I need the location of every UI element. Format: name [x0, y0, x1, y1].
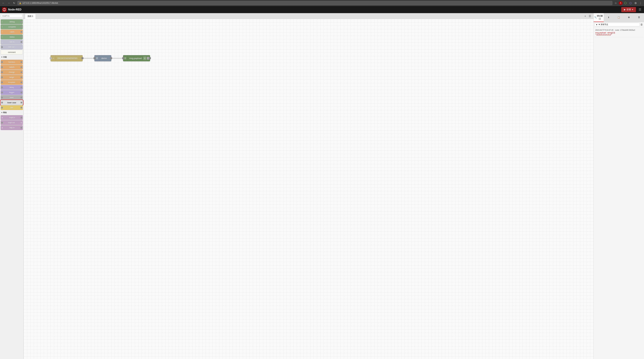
httpin-port-right [20, 127, 22, 129]
msgpayload-node-port-left [122, 57, 124, 59]
palette-node-trigger[interactable]: trigger [1, 90, 23, 95]
flow-area: 流程 1 + ☰ → DEDEDSDSDSDSD ☰ demo [24, 13, 594, 359]
flow-canvas[interactable]: → DEDEDSDSDSDSD ☰ demo ☰ msg.payload ≡ [24, 19, 594, 359]
complete-palette-icon: ! [1, 26, 4, 28]
filter-label: ▼ 所有节点 [598, 23, 608, 26]
palette-node-lower-case[interactable]: lower case [1, 100, 23, 105]
trigger-port-right [20, 92, 22, 93]
switch-port-left [1, 66, 3, 68]
flow-tab-actions: + ☰ [584, 14, 592, 19]
function-port-right [20, 61, 22, 63]
palette-node-exec[interactable]: exec [1, 95, 23, 100]
deploy-button[interactable]: ▶ 部署 ▾ [621, 7, 636, 12]
palette-node-function[interactable]: function [1, 60, 23, 65]
palette-node-rbe[interactable]: rbe [1, 105, 23, 110]
canvas-node-input[interactable]: → DEDEDSDSDSDSD [50, 55, 82, 61]
browser-icon-group: ☆ A ⬡ ⬡ ⚙ ⋮ [614, 1, 643, 5]
palette-node-mqtt-in[interactable]: ≋ mqtt in [1, 115, 23, 120]
flow-list-btn[interactable]: ☰ [588, 14, 592, 18]
common-nodes-group: ! debug ! complete ! catch ~ status → [0, 19, 24, 55]
palette-node-range[interactable]: range [1, 75, 23, 80]
category-function[interactable]: ▾ 功能 [0, 55, 24, 59]
rbe-port-left [1, 107, 3, 109]
browser-menu-btn[interactable]: ⋮ [638, 1, 643, 5]
browser-chrome: ← → ↻ 🔒 127.0.0.1:1880/#flow/14320517.48… [0, 0, 644, 6]
mqttin-palette-icon: ≋ [1, 116, 4, 119]
lowercase-port-right [20, 102, 22, 103]
rp-tab-settings[interactable]: ⚙ [624, 13, 634, 22]
deploy-dropdown-icon: ▾ [632, 8, 633, 11]
right-panel: 🔧 调试窗口 ℹ 📋 ⚙ ☰ ▼ ▼ 所有节点 🗑 2021/3/2下午10:3… [594, 13, 644, 359]
linkin-port-right [20, 41, 22, 43]
debug-port-right [20, 21, 22, 23]
debug-message-item: 2021/3/2下午10:37:26 node: 170bdd48.5826a3… [594, 28, 643, 37]
palette-node-template[interactable]: template [1, 80, 23, 85]
complete-port-right [20, 26, 22, 28]
change-port-left [1, 71, 3, 73]
flow-tab-1[interactable]: 流程 1 [25, 14, 36, 19]
canvas-node-msg-payload[interactable]: ☰ msg.payload ≡ [123, 55, 150, 61]
palette-node-debug[interactable]: ! debug [1, 20, 23, 24]
palette-search-input[interactable] [1, 14, 22, 18]
link-in-label: link in [4, 41, 20, 43]
msgpayload-debug-btn[interactable]: ≡ [143, 57, 146, 60]
topbar-menu-btn[interactable]: ☰ [638, 7, 642, 12]
back-button[interactable]: ← [1, 1, 6, 5]
bookmark-btn[interactable]: ☆ [614, 1, 618, 5]
nr-logo-icon [2, 7, 7, 12]
input-node-label: DEDEDSDSDSDSD [56, 57, 79, 60]
palette-node-http-in[interactable]: ≋ http in [1, 125, 23, 130]
delay-port-right [20, 87, 22, 88]
range-port-right [20, 76, 22, 78]
category-network[interactable]: ▾ 网络 [0, 111, 24, 115]
rp-clear-button[interactable]: 🗑 [640, 23, 643, 26]
catch-port-right [20, 31, 22, 33]
nr-topbar: Node-RED ▶ 部署 ▾ ☰ [0, 6, 644, 13]
palette-node-link-in[interactable]: → link in [1, 40, 23, 44]
debug-msg-header: 2021/3/2下午10:37:26 node: 170bdd48.5826a3 [595, 29, 642, 31]
nr-logo: Node-RED [2, 7, 22, 12]
palette-node-link-out[interactable]: link out → [1, 45, 23, 50]
debug-msg-node: node: 170bdd48.5826a3 [615, 29, 635, 31]
deploy-label: 部署 [627, 8, 631, 11]
palette-node-switch[interactable]: switch [1, 65, 23, 70]
template-port-left [1, 82, 3, 83]
flow-tabs: 流程 1 + ☰ [24, 13, 594, 19]
extension-btn[interactable]: ⬡ [624, 1, 628, 5]
linkin-palette-icon: → [1, 41, 4, 43]
category-arrow: ▾ [1, 56, 2, 58]
rp-tab-info[interactable]: ℹ [604, 13, 614, 22]
rp-tab-debug[interactable]: 🔧 调试窗口 [594, 13, 604, 22]
address-bar[interactable]: 🔒 127.0.0.1:1880/#flow/14320517.48e4eb [18, 1, 612, 5]
palette-node-comment[interactable]: comment [1, 50, 23, 55]
function-nodes-group: function switch change range template [0, 59, 24, 111]
network-category-arrow: ▾ [1, 112, 2, 114]
debug-palette-icon: ! [1, 21, 4, 23]
palette-node-status[interactable]: ~ status [1, 35, 23, 39]
palette-node-delay[interactable]: delay [1, 85, 23, 90]
mqttout-palette-icon: ≋ [20, 121, 22, 124]
add-flow-btn[interactable]: + [584, 14, 587, 18]
rp-tab-help[interactable]: 📋 [614, 13, 624, 22]
extension3-btn[interactable]: ⚙ [634, 1, 638, 5]
flow-tab-label: 流程 1 [28, 15, 33, 17]
flow-connections-svg [24, 19, 594, 359]
reload-button[interactable]: ↻ [12, 1, 16, 5]
palette-node-mqtt-out[interactable]: mqtt out ≋ [1, 120, 23, 125]
rp-tab-more[interactable]: ☰ [634, 13, 644, 22]
debug-msg-type: msg.payload : string[13] [595, 32, 642, 34]
app-title: Node-RED [8, 8, 22, 11]
extension2-btn[interactable]: ⬡ [628, 1, 632, 5]
template-port-right [20, 82, 22, 83]
rp-toolbar: ▼ ▼ 所有节点 🗑 [594, 22, 644, 27]
canvas-node-demo[interactable]: ☰ demo [94, 55, 111, 61]
node-palette: ! debug ! complete ! catch ~ status → [0, 13, 24, 359]
palette-node-catch[interactable]: ! catch [1, 30, 23, 34]
profile-btn[interactable]: A [619, 1, 622, 5]
demo-node-port-left [94, 57, 96, 59]
palette-node-complete[interactable]: ! complete [1, 25, 23, 29]
palette-node-change[interactable]: change [1, 70, 23, 75]
forward-button[interactable]: → [7, 1, 11, 5]
mqttin-port-right [20, 117, 22, 118]
input-node-port-right [82, 57, 84, 59]
